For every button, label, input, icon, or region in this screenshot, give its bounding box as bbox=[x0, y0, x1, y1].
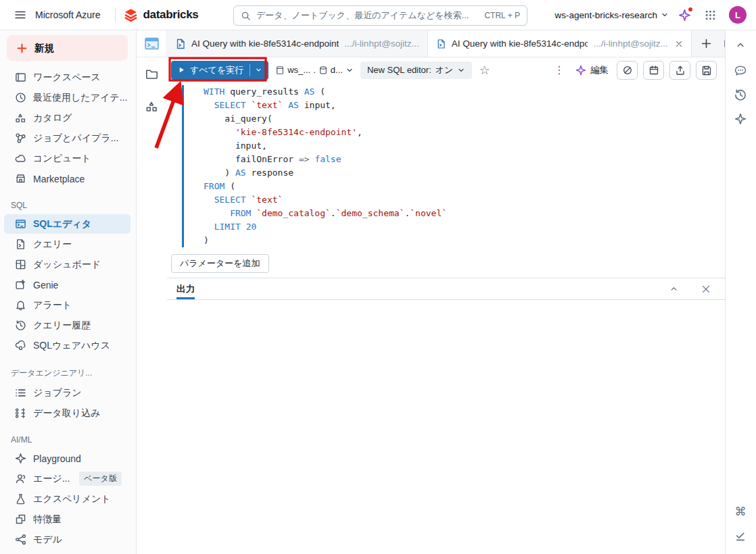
folder-icon[interactable] bbox=[143, 64, 162, 83]
query-file-icon bbox=[436, 39, 446, 49]
sidebar-item-catalog[interactable]: カタログ bbox=[4, 108, 131, 128]
new-tab-icon[interactable] bbox=[697, 34, 716, 53]
warehouse-icon bbox=[15, 340, 26, 351]
sidebar-item-label: Playground bbox=[33, 453, 81, 464]
tab-query-2-active[interactable]: AI Query with kie-8fe5314c-endpoint .../… bbox=[428, 30, 692, 57]
hide-results-button[interactable] bbox=[617, 61, 638, 80]
checks-icon[interactable] bbox=[735, 530, 747, 542]
tab-close-icon[interactable] bbox=[675, 40, 683, 48]
topbar-right: ws-agent-bricks-research L bbox=[554, 5, 747, 24]
topbar: Microsoft Azure databricks データ、ノートブック、最近… bbox=[0, 0, 756, 30]
favorite-star-icon[interactable]: ☆ bbox=[479, 64, 490, 76]
assistant-edit-button[interactable]: 編集 bbox=[575, 64, 609, 76]
tab-title: AI Query with kie-8fe5314c-endpoint bbox=[191, 39, 339, 49]
features-icon bbox=[15, 513, 26, 525]
sidebar-item-workspace[interactable]: ワークスペース bbox=[4, 68, 131, 87]
sidebar-item-data-ingestion[interactable]: データ取り込み bbox=[4, 403, 131, 423]
databricks-logo[interactable]: databricks bbox=[124, 8, 198, 22]
play-icon bbox=[178, 66, 185, 74]
sidebar-item-compute[interactable]: コンピュート bbox=[4, 149, 131, 168]
assistant-sparkle-icon[interactable] bbox=[678, 9, 691, 22]
cloud-icon bbox=[15, 153, 26, 164]
azure-label: Microsoft Azure bbox=[35, 9, 100, 20]
sidebar-item-agents[interactable]: エージ...ベータ版 bbox=[4, 469, 131, 488]
catalog-name: d... bbox=[331, 65, 343, 75]
run-options-caret[interactable] bbox=[250, 64, 267, 76]
sidebar-item-dashboards[interactable]: ダッシュボード bbox=[4, 255, 131, 274]
apps-grid-icon[interactable] bbox=[701, 5, 719, 24]
sidebar-item-features[interactable]: 特徴量 bbox=[4, 509, 131, 529]
sidebar-group-3: AI/MLPlaygroundエージ...ベータ版エクスペリメント特徴量モデル bbox=[0, 430, 136, 549]
sidebar-item-label: ワークスペース bbox=[33, 72, 101, 84]
ingestion-icon bbox=[15, 407, 26, 419]
catalog-icon bbox=[15, 112, 26, 124]
hamburger-menu-icon[interactable] bbox=[11, 5, 30, 24]
new-sql-editor-toggle[interactable]: New SQL editor: オン bbox=[360, 61, 473, 79]
clock-icon bbox=[15, 92, 26, 103]
sidebar-item-label: エージ... bbox=[33, 473, 70, 485]
collapse-output-icon[interactable] bbox=[664, 280, 683, 299]
tab-query-1[interactable]: AI Query with kie-8fe5314c-endpoint .../… bbox=[167, 30, 428, 57]
beta-badge: ベータ版 bbox=[79, 472, 122, 486]
version-history-icon[interactable] bbox=[734, 89, 747, 101]
more-options-icon[interactable]: ⋮ bbox=[551, 64, 567, 76]
sidebar-item-label: SQLエディタ bbox=[33, 218, 91, 230]
assistant-panel-icon[interactable] bbox=[734, 113, 747, 125]
user-avatar[interactable]: L bbox=[729, 6, 747, 24]
add-parameter-button[interactable]: パラメーターを追加 bbox=[171, 254, 269, 273]
sidebar-item-models[interactable]: モデル bbox=[4, 530, 131, 549]
sparkle-gradient-icon bbox=[575, 65, 586, 76]
workspace-icon bbox=[15, 72, 26, 83]
sidebar-item-playground[interactable]: Playground bbox=[4, 449, 131, 468]
code-line: ) bbox=[204, 234, 725, 247]
flask-icon bbox=[15, 493, 26, 505]
schema-browser-icon[interactable] bbox=[143, 97, 162, 116]
sidebar-item-marketplace[interactable]: Marketplace bbox=[4, 169, 131, 188]
sidebar-item-experiments[interactable]: エクスペリメント bbox=[4, 489, 131, 509]
tab-bar: AI Query with kie-8fe5314c-endpoint .../… bbox=[137, 30, 725, 57]
schedule-button[interactable] bbox=[643, 61, 664, 80]
new-sql-editor-label: New SQL editor: bbox=[367, 65, 431, 75]
sidebar-item-genie[interactable]: Genie bbox=[4, 275, 131, 295]
sql-code-editor[interactable]: WITH query_results AS ( SELECT `text` AS… bbox=[167, 82, 725, 247]
warehouse-selector[interactable]: ws_... . d... bbox=[275, 65, 354, 75]
sidebar-item-job-runs[interactable]: ジョブラン bbox=[4, 383, 131, 403]
new-button[interactable]: 新規 bbox=[7, 35, 128, 61]
sidebar-item-alerts[interactable]: アラート bbox=[4, 295, 131, 315]
run-all-button[interactable]: すべてを実行 bbox=[171, 61, 268, 80]
main-area: AI Query with kie-8fe5314c-endpoint .../… bbox=[137, 30, 725, 554]
editor-rail bbox=[137, 57, 167, 554]
share-button[interactable] bbox=[669, 61, 690, 80]
code-line: ai_query( bbox=[204, 112, 725, 126]
workspace-name: ws-agent-bricks-research bbox=[554, 10, 657, 20]
sidebar-item-queries[interactable]: クエリー bbox=[4, 234, 131, 254]
workspace-selector[interactable]: ws-agent-bricks-research bbox=[554, 10, 669, 20]
chevron-down-icon bbox=[457, 66, 465, 74]
sidebar-item-label: ダッシュボード bbox=[33, 259, 101, 271]
code-line: LIMIT 20 bbox=[204, 220, 725, 234]
sidebar-item-label: モデル bbox=[33, 534, 62, 546]
sidebar-item-sql-editor[interactable]: SQLエディタ bbox=[4, 214, 131, 234]
sidebar-item-jobs-pipelines[interactable]: ジョブとパイプラ... bbox=[4, 128, 131, 148]
code-line: failOnError => false bbox=[204, 153, 725, 166]
collapse-panel-icon[interactable] bbox=[736, 40, 746, 50]
output-tab[interactable]: 出力 bbox=[176, 278, 195, 299]
sidebar-item-sql-warehouses[interactable]: SQLウェアハウス bbox=[4, 336, 131, 355]
plus-icon bbox=[16, 43, 28, 54]
sidebar-item-query-history[interactable]: クエリー履歴 bbox=[4, 316, 131, 335]
global-search-input[interactable]: データ、ノートブック、最近のアイテムなどを検索... CTRL + P bbox=[233, 5, 527, 26]
sidebar-item-label: SQLウェアハウス bbox=[33, 340, 110, 352]
sidebar-item-recents[interactable]: 最近使用したアイテ... bbox=[4, 88, 131, 107]
save-button[interactable] bbox=[696, 61, 717, 80]
genie-icon bbox=[15, 279, 26, 291]
code-line: SELECT `text` AS input, bbox=[204, 99, 725, 112]
sidebar-item-label: アラート bbox=[33, 299, 72, 311]
comments-icon[interactable] bbox=[734, 64, 747, 77]
sidebar-item-label: カタログ bbox=[33, 112, 72, 124]
query-file-icon bbox=[175, 39, 186, 49]
shortcuts-icon[interactable]: ⌘ bbox=[735, 505, 747, 518]
close-output-icon[interactable] bbox=[696, 280, 715, 299]
output-body bbox=[167, 300, 725, 554]
brand-word: databricks bbox=[143, 8, 198, 22]
edit-label: 編集 bbox=[590, 64, 609, 76]
